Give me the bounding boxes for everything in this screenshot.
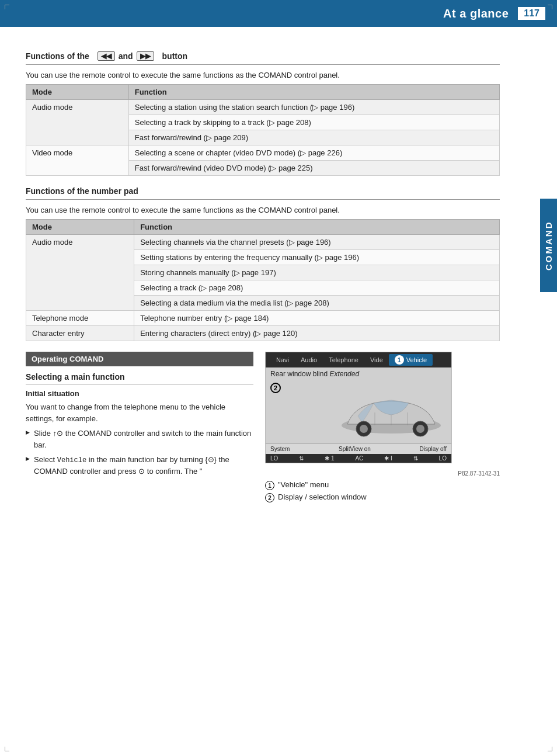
section2-divider: [26, 199, 500, 200]
table-function-cell: Storing channels manually (▷ page 197): [134, 265, 500, 280]
table-function-cell: Selecting channels via the channel prese…: [134, 235, 500, 250]
table-function-cell: Entering characters (direct entry) (▷ pa…: [134, 326, 500, 341]
table-row: Video modeSelecting a scene or chapter (…: [26, 145, 500, 161]
section1-desc: You can use the remote control to execut…: [26, 71, 500, 79]
table2-col2-header: Function: [134, 220, 500, 235]
section1-heading-post: button: [162, 51, 188, 61]
svg-point-4: [416, 425, 424, 433]
tab-navi: Navi: [270, 355, 295, 365]
annotation-text: "Vehicle" menu: [278, 480, 329, 489]
tab-audio: Audio: [295, 355, 323, 365]
car-ui-top-bar: Navi Audio Telephone Vide 1 Vehicle: [266, 352, 451, 367]
corner-mark-tl: [5, 5, 9, 9]
car-ui-bottom-bar: System SplitView on Display off: [266, 443, 451, 454]
bullet-list: Slide ↑⊙ the COMAND controller and switc…: [26, 428, 253, 477]
section2-heading-text: Functions of the number pad: [26, 186, 138, 196]
op-section-heading: Operating COMAND: [26, 352, 253, 366]
car-silhouette: [336, 390, 447, 439]
table-mode-cell: Telephone mode: [26, 311, 134, 326]
table-function-cell: Selecting a data medium via the media li…: [134, 296, 500, 311]
sub-sub-heading: Initial situation: [26, 389, 253, 398]
bullet-item: Slide ↑⊙ the COMAND controller and switc…: [26, 428, 253, 450]
annotation-text: Display / selection window: [278, 493, 367, 501]
section2-heading: Functions of the number pad: [26, 186, 500, 196]
image-ref: P82.87-3142-31: [265, 470, 500, 477]
main-content: Functions of the ◀◀ and ▶▶ button You ca…: [0, 27, 525, 519]
corner-mark-bl: [5, 747, 9, 751]
table-mode-cell: Audio mode: [26, 235, 134, 311]
section2-desc: You can use the remote control to execut…: [26, 206, 500, 214]
table-mode-cell: Video mode: [26, 145, 129, 176]
section1-heading: Functions of the ◀◀ and ▶▶ button: [26, 51, 500, 61]
status-arrow2: ⇅: [413, 455, 418, 462]
bullet-item: Select Vehicle in the main function bar …: [26, 454, 253, 477]
corner-mark-br: [548, 747, 552, 751]
page-number: 117: [518, 7, 545, 20]
side-label: COMAND: [540, 199, 557, 292]
operating-comand-section: Operating COMAND Selecting a main functi…: [26, 352, 500, 505]
annotation-number: 2: [265, 493, 274, 502]
header-bar: At a glance 117: [0, 0, 557, 27]
table1-col2-header: Function: [128, 85, 499, 100]
section1-heading-pre: Functions of the: [26, 51, 89, 61]
status-star2: ✱ I: [384, 455, 392, 462]
and-text: and: [119, 51, 133, 61]
status-ac: AC: [355, 455, 363, 462]
annotation-item: 2Display / selection window: [265, 493, 500, 502]
vehicle-monospace: Vehicle: [57, 456, 86, 464]
tab-video: Vide: [364, 355, 389, 365]
table-mode-cell: Character entry: [26, 326, 134, 341]
table2-col1-header: Mode: [26, 220, 134, 235]
circle-2: 2: [270, 383, 281, 393]
bottom-splitview: SplitView on: [339, 446, 371, 452]
svg-point-2: [360, 425, 368, 433]
car-ui-status-bar: LO ⇅ ✱ 1 AC ✱ I ⇅ LO: [266, 454, 451, 463]
car-ui-body: Rear window blind Extended 2: [266, 367, 451, 443]
table-function-cell: Selecting a station using the station se…: [128, 100, 499, 115]
table1-col1-header: Mode: [26, 85, 129, 100]
bottom-system: System: [270, 446, 290, 452]
status-lo-right: LO: [439, 455, 447, 462]
table-mode-cell: Audio mode: [26, 100, 129, 145]
table-function-cell: Selecting a track (▷ page 208): [134, 280, 500, 296]
sub-heading: Selecting a main function: [26, 372, 253, 384]
status-star1: ✱ 1: [325, 455, 334, 462]
corner-mark-tr: [548, 5, 552, 9]
table-function-cell: Selecting a track by skipping to a track…: [128, 115, 499, 130]
prev-button-icon: ◀◀: [98, 51, 115, 61]
circle-1: 1: [395, 355, 404, 365]
table-row: Character entryEntering characters (dire…: [26, 326, 500, 341]
controller-symbol: {⊙}: [205, 455, 217, 464]
table1: Mode Function Audio modeSelecting a stat…: [26, 84, 500, 176]
op-description: You want to change from the telephone me…: [26, 401, 253, 424]
header-title: At a glance: [443, 7, 509, 20]
annotation-list: 1"Vehicle" menu2Display / selection wind…: [265, 480, 500, 502]
status-lo-left: LO: [270, 455, 278, 462]
tab-vehicle: 1 Vehicle: [389, 354, 433, 366]
car-ui-image: Navi Audio Telephone Vide 1 Vehicle Rear…: [265, 352, 452, 463]
op-right-col: Navi Audio Telephone Vide 1 Vehicle Rear…: [265, 352, 500, 505]
table-row: Audio modeSelecting channels via the cha…: [26, 235, 500, 250]
section1-divider: [26, 64, 500, 65]
rear-window-text: Rear window blind Extended: [270, 370, 359, 378]
op-left-col: Operating COMAND Selecting a main functi…: [26, 352, 253, 505]
table-row: Telephone modeTelephone number entry (▷ …: [26, 311, 500, 326]
table-function-cell: Fast forward/rewind (▷ page 209): [128, 130, 499, 145]
annotation-item: 1"Vehicle" menu: [265, 480, 500, 490]
table-function-cell: Selecting a scene or chapter (video DVD …: [128, 145, 499, 161]
table-function-cell: Telephone number entry (▷ page 184): [134, 311, 500, 326]
table2: Mode Function Audio modeSelecting channe…: [26, 219, 500, 341]
annotation-number: 1: [265, 481, 274, 490]
next-button-icon: ▶▶: [137, 51, 154, 61]
table-function-cell: Fast forward/rewind (video DVD mode) (▷ …: [128, 161, 499, 176]
table-function-cell: Setting stations by entering the frequen…: [134, 250, 500, 265]
status-arrow1: ⇅: [299, 455, 304, 462]
bottom-display: Display off: [419, 446, 447, 452]
table-row: Audio modeSelecting a station using the …: [26, 100, 500, 115]
tab-telephone: Telephone: [323, 355, 364, 365]
